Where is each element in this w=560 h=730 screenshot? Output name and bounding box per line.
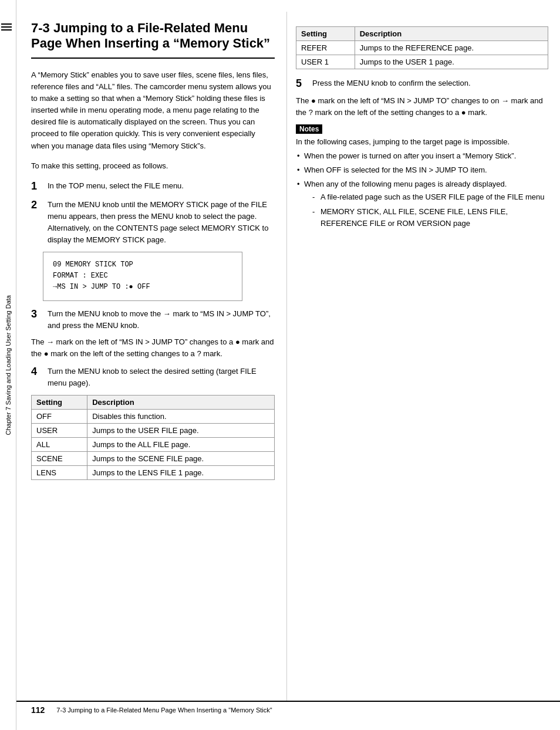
table2-col-description: Description (355, 27, 548, 41)
screen-line3: →MS IN > JUMP TO :● OFF (53, 282, 232, 293)
table-row: REFER Jumps to the REFERENCE page. (296, 41, 548, 55)
settings-table-2: Setting Description REFER Jumps to the R… (296, 26, 548, 69)
step-3-num: 3 (31, 308, 44, 321)
step-5: 5 Press the MENU knob to confirm the sel… (296, 77, 548, 119)
table-row: USER 1 Jumps to the USER 1 page. (296, 55, 548, 69)
chapter-title: 7-3 Jumping to a File-Related Menu Page … (31, 21, 275, 59)
step-3: 3 Turn the MENU knob to move the → mark … (31, 308, 275, 360)
notes-intro: In the following cases, jumping to the t… (296, 136, 548, 148)
screen-line1: 09 MEMORY STICK TOP (53, 259, 232, 271)
screen-line2: FORMAT : EXEC (53, 271, 232, 282)
chapter-sidebar-label: Chapter 7 Saving and Loading User Settin… (5, 295, 12, 435)
settings-table-1: Setting Description OFF Disables this fu… (31, 395, 275, 480)
page-number: 112 (31, 705, 45, 715)
step-5-sub: The ● mark on the left of “MS IN > JUMP … (296, 95, 548, 119)
step-5-row: 5 Press the MENU knob to confirm the sel… (296, 77, 548, 90)
step-2-row: 2 Turn the MENU knob until the MEMORY ST… (31, 199, 275, 246)
table2-row0-desc: Jumps to the REFERENCE page. (355, 41, 548, 55)
left-column: 7-3 Jumping to a File-Related Menu Page … (16, 12, 286, 701)
table1-row2-setting: ALL (32, 438, 87, 452)
table2-row1-setting: USER 1 (296, 55, 355, 69)
list-item-text: When any of the following menu pages is … (304, 180, 507, 188)
table1-row4-setting: LENS (32, 466, 87, 480)
step-1-num: 1 (31, 180, 44, 193)
table-row: USER Jumps to the USER FILE page. (32, 424, 275, 438)
list-item: MEMORY STICK, ALL FILE, SCENE FILE, LENS… (312, 206, 548, 229)
step-2-num: 2 (31, 199, 44, 212)
step-2-text: Turn the MENU knob until the MEMORY STIC… (48, 199, 275, 246)
step-4: 4 Turn the MENU knob to select the desir… (31, 366, 275, 389)
intro-para2: To make this setting, proceed as follows… (31, 160, 275, 172)
main-content: 7-3 Jumping to a File-Related Menu Page … (16, 0, 560, 730)
page-container: Chapter 7 Saving and Loading User Settin… (0, 0, 560, 730)
table2-col-setting: Setting (296, 27, 355, 41)
table1-row3-setting: SCENE (32, 452, 87, 466)
step-1-row: 1 In the TOP menu, select the FILE menu. (31, 180, 275, 193)
list-item: A file-related page such as the USER FIL… (312, 191, 548, 203)
notes-box: Notes In the following cases, jumping to… (296, 124, 548, 229)
sidebar-line (1, 23, 12, 25)
list-item: When any of the following menu pages is … (296, 178, 548, 229)
intro-para1: A “Memory Stick” enables you to save use… (31, 69, 275, 152)
table1-row4-desc: Jumps to the LENS FILE 1 page. (87, 466, 275, 480)
table2-row1-desc: Jumps to the USER 1 page. (355, 55, 548, 69)
step-5-text: Press the MENU knob to confirm the selec… (312, 77, 548, 89)
notes-label: Notes (296, 124, 322, 134)
table-row: ALL Jumps to the ALL FILE page. (32, 438, 275, 452)
two-col-layout: 7-3 Jumping to a File-Related Menu Page … (16, 12, 560, 701)
table1-col-description: Description (87, 396, 275, 410)
sidebar: Chapter 7 Saving and Loading User Settin… (0, 0, 16, 730)
step-2: 2 Turn the MENU knob until the MEMORY ST… (31, 199, 275, 246)
right-column: Setting Description REFER Jumps to the R… (286, 12, 560, 701)
table-row: SCENE Jumps to the SCENE FILE page. (32, 452, 275, 466)
table1-row1-setting: USER (32, 424, 87, 438)
step-4-row: 4 Turn the MENU knob to select the desir… (31, 366, 275, 389)
list-item: When the power is turned on after you in… (296, 150, 548, 162)
table1-header-row: Setting Description (32, 396, 275, 410)
table2-row0-setting: REFER (296, 41, 355, 55)
table-row: OFF Disables this function. (32, 410, 275, 424)
step-4-num: 4 (31, 366, 44, 378)
table-row: LENS Jumps to the LENS FILE 1 page. (32, 466, 275, 480)
title-text: Jumping to a File-Related Menu Page When… (31, 21, 270, 50)
sub-bullet-list: A file-related page such as the USER FIL… (304, 191, 548, 229)
step-5-num: 5 (296, 77, 309, 90)
footer-text: 7-3 Jumping to a File-Related Menu Page … (56, 707, 272, 714)
step-1-text: In the TOP menu, select the FILE menu. (48, 180, 275, 192)
table1-row0-desc: Disables this function. (87, 410, 275, 424)
table1-row3-desc: Jumps to the SCENE FILE page. (87, 452, 275, 466)
table1-col-setting: Setting (32, 396, 87, 410)
sidebar-line (1, 29, 12, 31)
table2-header-row: Setting Description (296, 27, 548, 41)
step-3-row: 3 Turn the MENU knob to move the → mark … (31, 308, 275, 332)
list-item: When OFF is selected for the MS IN > JUM… (296, 164, 548, 176)
chapter-num: 7-3 (31, 21, 50, 35)
sidebar-line (1, 26, 12, 28)
step-3-text: Turn the MENU knob to move the → mark to… (48, 308, 275, 332)
notes-bullet-list: When the power is turned on after you in… (296, 150, 548, 229)
sidebar-decoration (1, 23, 12, 31)
table1-row0-setting: OFF (32, 410, 87, 424)
screen-display: 09 MEMORY STICK TOP FORMAT : EXEC →MS IN… (43, 252, 242, 301)
step-1: 1 In the TOP menu, select the FILE menu. (31, 180, 275, 193)
table1-row2-desc: Jumps to the ALL FILE page. (87, 438, 275, 452)
step-3-sub: The → mark on the left of “MS IN > JUMP … (31, 336, 275, 360)
step-4-text: Turn the MENU knob to select the desired… (48, 366, 275, 389)
footer-bar: 112 7-3 Jumping to a File-Related Menu P… (16, 701, 560, 718)
table1-row1-desc: Jumps to the USER FILE page. (87, 424, 275, 438)
